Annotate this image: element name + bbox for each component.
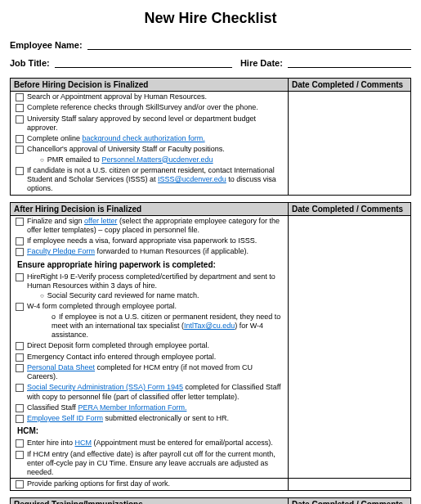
s1-item-4: Complete online background check authori… xyxy=(16,133,284,144)
s2-comments[interactable] xyxy=(289,215,411,479)
s2g3-item-1: Enter hire into HCM (Appointment must be… xyxy=(16,438,284,448)
bg-check-link[interactable]: background check authorization form. xyxy=(83,134,205,142)
s2g4-comments[interactable] xyxy=(289,479,411,490)
section1-header: Before Hiring Decision is Finalized xyxy=(11,79,289,92)
s1-item-1: Search or Appointment approval by Human … xyxy=(16,92,284,102)
faculty-pledge-link[interactable]: Faculty Pledge Form xyxy=(27,247,95,255)
page-title: New Hire Checklist xyxy=(10,10,411,27)
s1-item-5: Chancellor's approval of University Staf… xyxy=(16,144,284,165)
section3-header: Required Training/Immunizations xyxy=(11,497,289,504)
isss-email-link[interactable]: ISSS@ucdenver.edu xyxy=(158,175,226,183)
s2g2-item-6: Social Security Administration (SSA) For… xyxy=(16,382,284,403)
s1-item-5-sub: PMR emailed to Personnel.Matters@ucdenve… xyxy=(40,155,284,164)
employee-name-field: Employee Name: xyxy=(10,40,411,50)
s2g2-item-4: Emergency Contact info entered through e… xyxy=(16,352,284,362)
s2-item-1: Finalize and sign offer letter (select t… xyxy=(16,216,284,236)
s2g2-item-8: Employee Self ID Form submitted electron… xyxy=(16,413,284,424)
s2g4-item-1: Provide parking options for first day of… xyxy=(16,479,284,489)
intltax-link[interactable]: IntlTax@cu.edu xyxy=(184,322,235,330)
subhead-hcm: HCM: xyxy=(14,424,284,438)
s2-item-3: Faculty Pledge Form forwarded to Human R… xyxy=(16,246,284,257)
s2g2-item-1-sub: Social Security card reviewed for name m… xyxy=(40,291,284,300)
s1-comments[interactable] xyxy=(289,92,411,196)
s2g2-item-2: W-4 form completed through employee port… xyxy=(16,301,284,340)
section-after-hiring: After Hiring Decision is Finalized Date … xyxy=(10,202,411,491)
section-training: Required Training/Immunizations Date Com… xyxy=(10,497,411,505)
pera-link[interactable]: PERA Member Information Form. xyxy=(78,403,186,412)
s2g2-item-3: Direct Deposit form completed through em… xyxy=(16,340,284,351)
s1-item-6: If candidate is not a U.S. citizen or pe… xyxy=(16,165,284,195)
s2-item-2: If employee needs a visa, forward approp… xyxy=(16,236,284,246)
comments-header-1: Date Completed / Comments xyxy=(289,79,411,92)
job-title-field: Job Title: xyxy=(10,58,232,68)
hire-date-label: Hire Date: xyxy=(240,58,283,68)
s2g3-item-2: If HCM entry (and effective date) is aft… xyxy=(16,449,284,479)
section2-header: After Hiring Decision is Finalized xyxy=(11,202,289,215)
ssa-link[interactable]: Social Security Administration (SSA) For… xyxy=(27,383,183,391)
s2g2-item-2-sub: If employee is not a U.S. citizen or per… xyxy=(52,313,284,340)
s2g2-item-5: Personal Data Sheet completed for HCM en… xyxy=(16,362,284,383)
comments-header-2: Date Completed / Comments xyxy=(289,202,411,215)
job-title-label: Job Title: xyxy=(10,58,50,68)
selfid-link[interactable]: Employee Self ID Form xyxy=(27,414,103,422)
offer-letter-link[interactable]: offer letter xyxy=(84,217,117,225)
employee-name-line[interactable] xyxy=(87,40,411,50)
job-title-line[interactable] xyxy=(55,58,232,68)
comments-header-3: Date Completed / Comments xyxy=(289,497,411,504)
hire-date-line[interactable] xyxy=(288,58,411,68)
section-before-hiring: Before Hiring Decision is Finalized Date… xyxy=(10,78,411,196)
s1-item-3: University Staff salary approved by seco… xyxy=(16,114,284,134)
pds-link[interactable]: Personal Data Sheet xyxy=(27,363,95,371)
s1-item-2: Complete reference checks through SkillS… xyxy=(16,102,284,113)
hcm-link[interactable]: HCM xyxy=(75,439,92,447)
hire-date-field: Hire Date: xyxy=(240,58,411,68)
employee-name-label: Employee Name: xyxy=(10,40,83,50)
personnel-email-link[interactable]: Personnel.Matters@ucdenver.edu xyxy=(101,155,213,164)
s2g2-item-1: HireRight I-9 E-Verify process completed… xyxy=(16,272,284,302)
s2g2-item-7: Classified Staff PERA Member Information… xyxy=(16,403,284,413)
subhead-paperwork: Ensure appropriate hiring paperwork is c… xyxy=(14,258,284,272)
